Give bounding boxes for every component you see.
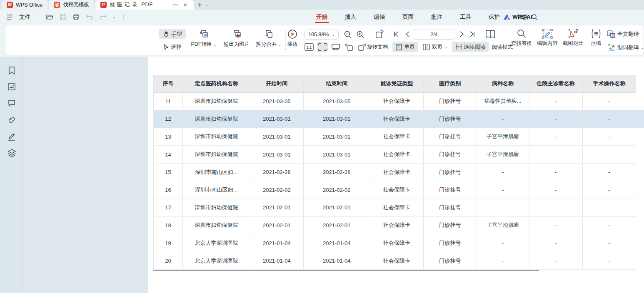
select-tool-button[interactable]: 选择 (159, 42, 186, 52)
compress-button[interactable]: 压缩 (588, 29, 604, 47)
table-cell: - (529, 146, 582, 164)
play-icon (287, 29, 298, 40)
undo-icon[interactable] (86, 13, 93, 21)
table-row[interactable]: 14深圳市妇幼保健院2021-03-012021-03-01社会保障卡门诊挂号子… (154, 146, 644, 164)
find-replace-button[interactable]: 查找替换 (509, 29, 534, 47)
zoom-in-icon[interactable] (356, 30, 364, 39)
bookmark-icon[interactable] (7, 66, 16, 75)
menu-tab-3[interactable]: 页面 (394, 10, 422, 24)
play-button[interactable]: 播放 (284, 29, 301, 48)
hamburger-menu-icon[interactable] (6, 13, 13, 21)
cropped-cell (636, 128, 644, 146)
table-cell: - (582, 110, 636, 128)
quick-access-chevron-icon[interactable]: ⌄ (112, 15, 116, 19)
table-cell: 2021-02-01 (303, 216, 370, 234)
actual-size-button[interactable]: 1:1 (304, 42, 314, 52)
continuous-reading-button[interactable]: 连续阅读 (452, 42, 489, 52)
rotate-right-icon (358, 43, 366, 51)
fit-width-icon (332, 44, 340, 50)
full-text-translate-button[interactable]: A文 全文翻译 (607, 30, 643, 39)
column-header: 序号 (154, 75, 183, 92)
open-folder-icon[interactable] (46, 13, 53, 21)
menu-bar: 文件 ⌄ 开始插入编辑页面批注工具保护转换 WPS AI (0, 10, 644, 24)
last-page-icon[interactable] (469, 30, 476, 38)
table-cell: 深圳市妇幼保健院 (182, 146, 250, 164)
word-translate-button[interactable]: 文A 划词翻译⌄ (607, 43, 644, 52)
menu-tab-5[interactable]: 工具 (451, 10, 480, 24)
new-tab-button[interactable]: + (198, 1, 202, 9)
zoom-out-icon[interactable] (344, 30, 352, 39)
single-page-button[interactable]: 单页 (392, 42, 418, 52)
table-cell: 2021-02-01 (303, 199, 370, 217)
fit-width-button[interactable] (330, 42, 341, 52)
tab-document-pdf[interactable]: P 就 医 记 录 .PDF ▭ ✕ (95, 0, 194, 10)
menu-tab-0[interactable]: 开始 (307, 10, 336, 24)
tab-list-chevron-icon[interactable]: ⌄ (205, 3, 208, 7)
double-page-button[interactable]: 双页⌄ (421, 42, 450, 52)
signature-pen-icon[interactable] (7, 132, 16, 141)
tab-float-icon[interactable]: ▭ (172, 2, 179, 8)
table-cell: 18 (154, 216, 183, 234)
rotate-left-button[interactable] (344, 42, 354, 52)
table-row[interactable]: 20北京大学深圳医院2021-01-042021-01-04社会保障卡门诊挂号-… (154, 252, 644, 270)
previous-page-icon[interactable] (405, 30, 410, 38)
next-page-icon[interactable] (459, 30, 464, 38)
table-row[interactable]: 17深圳市妇幼保健院2021-02-012021-02-01社会保障卡门诊挂号-… (154, 199, 644, 217)
table-row[interactable]: 13深圳市妇幼保健院2021-03-012021-03-01社会保障卡门诊挂号子… (154, 128, 644, 146)
table-row[interactable]: 18深圳市妇幼保健院2021-02-012021-02-01社会保障卡门诊挂号子… (154, 216, 644, 234)
menu-search-icon[interactable] (531, 13, 538, 21)
redo-icon[interactable] (99, 13, 107, 21)
pdf-convert-button[interactable]: W PDF转换 ⌄ (188, 29, 220, 48)
comment-icon[interactable] (7, 99, 16, 108)
word-translate-icon: 文A (607, 44, 615, 51)
table-cell: 2021-02-02 (250, 181, 303, 199)
cropped-cell (636, 181, 644, 199)
hand-tool-button[interactable]: 手型 (159, 29, 186, 39)
table-cell: - (529, 163, 582, 181)
print-icon[interactable] (72, 13, 80, 21)
pdf-convert-icon: W (198, 29, 209, 40)
split-merge-button[interactable]: 拆分合并 ⌄ (254, 29, 284, 48)
menu-tab-1[interactable]: 插入 (336, 10, 365, 24)
table-cell: 2021-03-01 (303, 128, 370, 146)
table-cell: 2021-03-01 (250, 110, 303, 128)
tab-docer-templates[interactable]: ⓓ 找稻壳模板 (49, 0, 94, 10)
rotate-document-icon[interactable] (374, 29, 385, 40)
hand-icon (163, 31, 169, 37)
table-row[interactable]: 19北京大学深圳医院2021-01-042021-01-04社会保障卡门诊挂号-… (154, 234, 644, 252)
table-cell: 社会保障卡 (370, 146, 423, 164)
zoom-level-select[interactable]: 105.88%⌄ (305, 30, 339, 40)
table-row[interactable]: 16深圳市南山区妇...2021-02-022021-02-02社会保障卡门诊挂… (154, 181, 644, 199)
pdf-page[interactable]: 序号定点医药机构名称开始时间结束时间就诊凭证类型医疗类别病种名称住院主诊断名称手… (148, 57, 644, 293)
table-cell: - (477, 199, 529, 217)
menu-tab-2[interactable]: 编辑 (365, 10, 394, 24)
file-menu[interactable]: 文件 (19, 13, 30, 21)
attachment-icon[interactable] (7, 115, 16, 124)
menu-tab-4[interactable]: 批注 (422, 10, 451, 24)
table-cell: 门诊挂号 (423, 252, 477, 270)
save-icon[interactable] (59, 13, 67, 21)
edit-content-button[interactable]: 编辑内容 (535, 29, 559, 47)
cropped-cell (636, 252, 644, 270)
cropped-cell (636, 110, 644, 128)
tab-label: 找稻壳模板 (63, 1, 89, 8)
table-cell: 16 (154, 181, 183, 199)
table-cell: - (477, 110, 529, 128)
tab-close-icon[interactable]: ✕ (182, 2, 189, 8)
rotate-right-button[interactable] (357, 42, 367, 52)
layers-icon[interactable] (7, 148, 16, 157)
screenshot-compare-button[interactable]: 截图对比 (561, 29, 585, 47)
table-row[interactable]: 12深圳市妇幼保健院2021-03-012021-03-01社会保障卡门诊挂号-… (154, 110, 644, 128)
fit-page-button[interactable] (317, 42, 328, 52)
page-number-input[interactable]: 2/4 (413, 30, 455, 40)
read-mode-book-icon[interactable] (484, 28, 496, 40)
table-cell: - (477, 181, 529, 199)
table-row[interactable]: 11深圳市妇幼保健院2021-03-052021-03-05社会保障卡门诊挂号病… (154, 92, 644, 110)
rotate-document-label[interactable]: 旋转文档 (367, 44, 388, 51)
tab-wps-home[interactable]: W WPS Office (2, 0, 47, 10)
table-row[interactable]: 15深圳市南山区妇...2021-02-282021-02-28社会保障卡门诊挂… (154, 163, 644, 181)
table-cell: 2021-02-01 (250, 199, 303, 217)
thumbnail-image-icon[interactable] (7, 82, 16, 91)
export-as-image-button[interactable]: 输出为图片 (220, 29, 254, 48)
first-page-icon[interactable] (393, 30, 399, 38)
